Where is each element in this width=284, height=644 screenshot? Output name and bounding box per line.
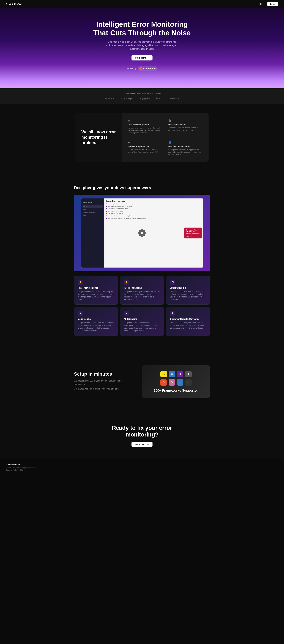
footer-logo: ≡ Decipher AI [6, 464, 36, 466]
step-dot-3 [106, 208, 107, 209]
frameworks-label: 100+ Frameworks Supported [154, 388, 198, 392]
footer: ≡ Decipher AI Contact us at founders@get… [0, 459, 284, 476]
video-sidebar: Anna Ivanova Issues Alerts Organization … [81, 198, 104, 268]
fw-icon-hex: ⬡ [160, 379, 167, 386]
fw-icon-circle: ◎ [185, 379, 192, 386]
customer-reports-icon: ♟ [170, 311, 175, 316]
feature-grid: ⚡ Real Product Impact Decipher determine… [74, 276, 210, 336]
backed-by: Backed by Y Combinator [3, 66, 281, 70]
video-step-1: User navigated to the website sandbox.ge… [106, 203, 201, 205]
footer-copyright: Decipher AI, Inc. © 2024 [6, 469, 36, 471]
feature-card-ai-debugging: ◈ AI Debugging Decipher's AI uses codeba… [120, 307, 164, 336]
trusted-logos: ✈ Airfront ⬡ Stacksync ⚑ greptile + ion=… [6, 97, 278, 100]
video-container[interactable]: Anna Ivanova Issues Alerts Organization … [74, 194, 210, 272]
alerting-icon: 🔔 [124, 280, 129, 285]
step-text-5: User selected 'Blue' dog color [108, 213, 124, 214]
video-step-6: User attempted to include a free trainin… [106, 215, 201, 217]
setup-section: Setup in minutes We support over 100 of … [68, 356, 216, 407]
broken-left: We all know error monitoring is broken..… [75, 113, 122, 162]
broken-item-title-2: Useless dashboard [168, 124, 203, 126]
sidebar-item-issues[interactable]: Issues [83, 205, 103, 208]
feature-desc-1: Decipher determined the real product imp… [78, 290, 114, 301]
step-text-7: User attempted to place an order by clic… [108, 218, 146, 219]
step-dot-4 [106, 211, 107, 212]
insights-icon: ✦ [78, 311, 83, 316]
backed-by-label: Backed by [127, 67, 136, 70]
step-dot-7 [106, 218, 107, 219]
sidebar-item-org[interactable]: Organization Settings [83, 211, 103, 214]
broken-item-desc-1: Alerts mean nothing so you ignore them a… [128, 127, 162, 134]
footer-contact: Contact us at founders@getdecipher.com D… [6, 466, 36, 471]
trusted-logo-airfront: ✈ Airfront [105, 97, 115, 100]
broken-item-title-4: Never customer centric [168, 146, 203, 148]
step-text-3: User selected 'Shiba' robot dog model [108, 208, 128, 210]
hero-title: Intelligent Error Monitoring That Cuts T… [90, 20, 194, 37]
cta-button[interactable]: Get a demo → [132, 442, 152, 447]
broken-right: ⚠ Most alerts are ignored Alerts mean no… [122, 113, 209, 162]
feature-card-intelligent-alerting: 🔔 Intelligent Alerting Decipher's AI dis… [120, 276, 164, 304]
alert-icon: ⚠ [128, 119, 162, 122]
ai-debug-icon: ◈ [124, 311, 129, 316]
yc-text: Combinator [143, 67, 156, 70]
broken-item-title-1: Most alerts are ignored [128, 124, 162, 126]
feature-title-4: Issue Insights [78, 318, 114, 320]
broken-item-title-3: Good luck reproducing [128, 145, 162, 148]
step-dot-6 [106, 216, 107, 216]
feature-title-6: Customer Reports, Correlated [170, 318, 206, 320]
trusted-logo-stacksync: ⬡ Stacksync [121, 97, 134, 100]
trusted-logo-datacurve: / Datacurve [168, 97, 179, 100]
video-step-3: User selected 'Shiba' robot dog model [106, 208, 201, 210]
sidebar-item-alerts[interactable]: Alerts [83, 208, 103, 210]
setup-right: JS JS K ■ ⬡ S TS ◎ 100+ Frameworks Suppo… [142, 365, 210, 398]
step-text-4: User selected '3D' model size [108, 210, 124, 212]
feature-title-5: AI Debugging [124, 318, 160, 320]
fw-icon-box: ■ [185, 371, 192, 377]
hero-subtitle: Decipher is a next-gen Sentry replacemen… [105, 40, 179, 51]
superpowers-heading: Decipher gives your devs superpowers [74, 186, 210, 190]
sidebar-item-docs[interactable]: Docs [83, 214, 103, 216]
feature-desc-2: Decipher's AI distinguishes critical iss… [124, 290, 160, 301]
fw-icon-s: S [169, 379, 175, 386]
trusted-label: Trusted by the world's most innovative t… [6, 93, 278, 95]
setup-heading: Setup in minutes [74, 371, 133, 377]
setup-desc-1: We support over 100 of your favorite lan… [74, 379, 133, 386]
nav-logo-icon: ≡ [6, 3, 7, 5]
blog-button[interactable]: Blog [256, 2, 266, 6]
product-card-title: Order your Robotic Decipher Dog [186, 229, 200, 232]
hero-cta-button[interactable]: Get a demo → [132, 55, 152, 60]
play-button[interactable] [138, 229, 146, 237]
fw-icon-ts: TS [177, 379, 183, 386]
broken-item-reproduce: ↔ Good luck reproducing You don't have e… [126, 139, 163, 158]
feature-desc-4: Decipher reveals patterns and insights a… [78, 321, 114, 332]
video-product-card: Order your Robotic Decipher Dog Robot do… [184, 228, 202, 238]
feature-card-smart-grouping: ⊞ Smart Grouping Decipher automatically … [166, 276, 210, 304]
broken-item-desc-4: It's tough to match errors to support ti… [168, 148, 203, 156]
video-step-2: User viewed an image carousel of robot d… [106, 206, 201, 207]
yc-icon: Y [140, 67, 142, 70]
step-text-1: User navigated to the website sandbox.ge… [108, 203, 138, 205]
trusted-section: Trusted by the world's most innovative t… [0, 88, 284, 104]
frameworks-icons: JS JS K ■ ⬡ S TS ◎ [160, 371, 192, 386]
trusted-logo-greptile: ⚑ greptile [140, 97, 149, 100]
video-main-title: Session Replay and Impact [106, 200, 201, 202]
footer-logo-text: Decipher AI [8, 464, 20, 466]
setup-left: Setup in minutes We support over 100 of … [74, 371, 133, 392]
hero-section: Intelligent Error Monitoring That Cuts T… [0, 8, 284, 88]
broken-item-alerts: ⚠ Most alerts are ignored Alerts mean no… [126, 118, 163, 136]
product-card-desc: Robot dog with the latest LLM, ready to … [186, 233, 200, 237]
footer-logo-icon: ≡ [6, 464, 7, 466]
customer-icon: 👤 [168, 141, 203, 144]
feature-desc-3: Decipher automatically clusters related … [170, 290, 206, 301]
navbar: ≡ Decipher AI Blog Login [0, 0, 284, 8]
login-button[interactable]: Login [268, 2, 278, 6]
broken-item-desc-3: You don't have enough info to reproduce … [128, 148, 162, 153]
nav-buttons: Blog Login [256, 2, 278, 6]
broken-item-desc-2: Your dashboard is full of errors that ar… [168, 126, 203, 132]
video-step-7: User attempted to place an order by clic… [106, 218, 201, 219]
feature-title-2: Intelligent Alerting [124, 287, 160, 289]
feature-title-1: Real Product Impact [78, 287, 114, 289]
nav-logo-text: Decipher AI [8, 3, 21, 5]
trusted-logo-ion: + ion= [155, 97, 161, 100]
feature-card-issue-insights: ✦ Issue Insights Decipher reveals patter… [74, 307, 118, 336]
real-product-icon: ⚡ [78, 280, 83, 285]
